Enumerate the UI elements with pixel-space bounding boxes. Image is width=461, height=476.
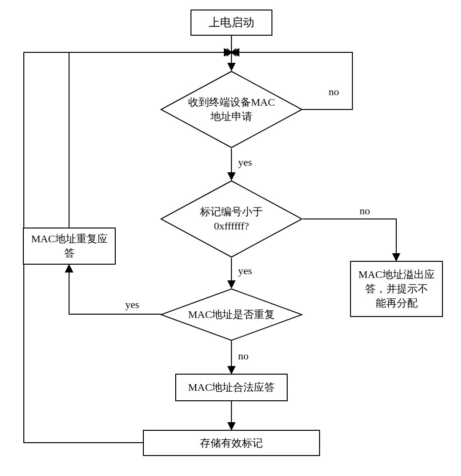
edge-d1-yes: yes	[238, 156, 252, 169]
edge-d3-no: no	[238, 350, 249, 362]
repeat-response-label: MAC地址重复应 答	[27, 230, 111, 262]
node-start-label: 上电启动	[205, 13, 258, 32]
decision1-label: 收到终端设备MAC 地址申请	[188, 95, 275, 123]
decision3-label: MAC地址是否重复	[188, 307, 275, 322]
svg-line-2	[227, 49, 236, 56]
edge-d2-yes: yes	[238, 265, 252, 277]
decision-marker-less-than: 标记编号小于 0xffffff?	[160, 180, 303, 258]
edge-d2-no: no	[360, 205, 370, 217]
node-mac-overflow-response: MAC地址溢出应 答，并提示不 能再分配	[350, 261, 443, 317]
node-mac-repeat-response: MAC地址重复应 答	[23, 228, 116, 265]
edge-d1-no: no	[329, 86, 339, 98]
svg-line-3	[227, 49, 236, 56]
node-start: 上电启动	[190, 10, 272, 36]
legal-response-label: MAC地址合法应答	[184, 378, 279, 397]
decision-mac-duplicate: MAC地址是否重复	[160, 288, 303, 341]
store-mark-label: 存储有效标记	[196, 434, 267, 452]
edge-d3-yes: yes	[125, 298, 139, 311]
decision2-label: 标记编号小于 0xffffff?	[200, 205, 263, 233]
overflow-response-label: MAC地址溢出应 答，并提示不 能再分配	[354, 266, 438, 312]
node-mac-legal-response: MAC地址合法应答	[175, 374, 288, 401]
node-store-valid-mark: 存储有效标记	[143, 430, 320, 456]
decision-receive-mac-request: 收到终端设备MAC 地址申请	[160, 70, 303, 149]
